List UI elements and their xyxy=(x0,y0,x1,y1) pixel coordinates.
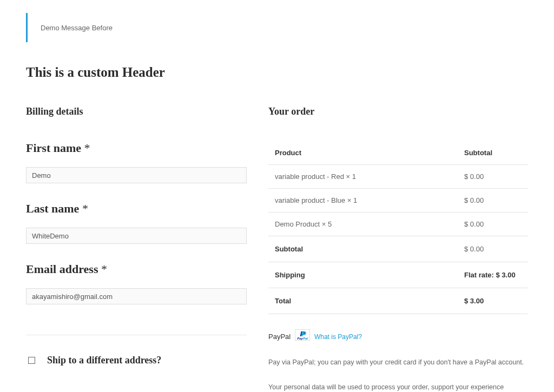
table-row: Demo Product × 5 $ 0.00 xyxy=(268,212,528,236)
table-row: variable product - Blue × 1 $ 0.00 xyxy=(268,189,528,212)
billing-heading: Billing details xyxy=(26,106,247,117)
first-name-label: First name * xyxy=(26,141,247,155)
paypal-icon: PP PayPal xyxy=(295,329,310,341)
ship-different-row[interactable]: Ship to a different address? xyxy=(26,355,247,366)
payment-method-row[interactable]: PayPal PP PayPal What is PayPal? xyxy=(268,329,528,341)
col-product: Product xyxy=(268,141,458,165)
privacy-text: Your personal data will be used to proce… xyxy=(268,382,528,392)
payment-description: Pay via PayPal; you can pay with your cr… xyxy=(268,357,528,368)
first-name-field: First name * xyxy=(26,141,247,183)
email-field[interactable] xyxy=(26,288,247,304)
ship-different-checkbox[interactable] xyxy=(28,357,35,364)
last-name-input[interactable] xyxy=(26,228,247,244)
ship-different-label: Ship to a different address? xyxy=(47,355,161,366)
order-heading: Your order xyxy=(268,106,528,117)
shipping-value: Flat rate: $ 3.00 xyxy=(458,262,528,288)
what-is-paypal-link[interactable]: What is PayPal? xyxy=(314,333,362,341)
last-name-field: Last name * xyxy=(26,202,247,244)
item-name: variable product - Red × 1 xyxy=(268,165,458,189)
total-value: $ 3.00 xyxy=(458,288,528,314)
shipping-label: Shipping xyxy=(268,262,458,288)
divider xyxy=(26,335,247,335)
email-label: Email address * xyxy=(26,262,247,276)
table-row: variable product - Red × 1 $ 0.00 xyxy=(268,165,528,189)
item-subtotal: $ 0.00 xyxy=(458,212,528,236)
item-name: Demo Product × 5 xyxy=(268,212,458,236)
page-title: This is a custom Header xyxy=(26,65,528,80)
total-label: Total xyxy=(268,288,458,314)
item-name: variable product - Blue × 1 xyxy=(268,189,458,212)
subtotal-label: Subtotal xyxy=(268,236,458,262)
email-field-wrap: Email address * xyxy=(26,262,247,304)
payment-method-label: PayPal xyxy=(268,333,291,341)
first-name-input[interactable] xyxy=(26,167,247,183)
last-name-label: Last name * xyxy=(26,202,247,216)
item-subtotal: $ 0.00 xyxy=(458,189,528,212)
item-subtotal: $ 0.00 xyxy=(458,165,528,189)
notice-before-text: Demo Message Before xyxy=(41,24,113,32)
order-table: Product Subtotal variable product - Red … xyxy=(268,141,528,314)
subtotal-value: $ 0.00 xyxy=(458,236,528,262)
col-subtotal: Subtotal xyxy=(458,141,528,165)
notice-before: Demo Message Before xyxy=(26,13,528,42)
